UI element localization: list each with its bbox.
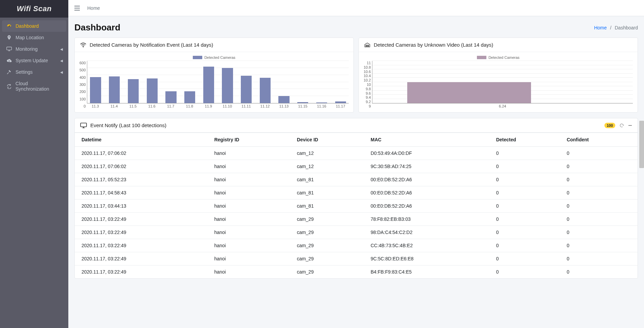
cell: 0 xyxy=(491,147,562,160)
cell: 2020.11.17, 05:52:23 xyxy=(75,173,209,186)
breadcrumb-sep: / xyxy=(610,25,612,30)
cell: 2020.11.17, 03:44:13 xyxy=(75,200,209,213)
cell: 0 xyxy=(562,252,638,265)
bar xyxy=(89,61,102,103)
y-tick: 500 xyxy=(79,68,86,72)
cloud-up-icon xyxy=(6,58,12,63)
svg-rect-4 xyxy=(80,123,87,126)
cell: 2020.11.17, 03:22:49 xyxy=(75,265,209,279)
top-home-link[interactable]: Home xyxy=(87,5,100,11)
brand-title: Wifi Scan xyxy=(0,0,68,18)
sidebar-item-settings[interactable]: Settings◀ xyxy=(2,66,66,78)
cell: 9C:30:5B:AD:74:25 xyxy=(366,160,491,173)
bar xyxy=(127,61,140,103)
table-row[interactable]: 2020.11.17, 03:44:13hanoicam_8100:E0:DB:… xyxy=(75,200,638,213)
y-tick: 10.4 xyxy=(364,74,371,78)
x-tick: 11.16 xyxy=(315,104,328,108)
cell: 0 xyxy=(491,200,562,213)
y-tick: 600 xyxy=(79,61,86,65)
card-title: Detected Cameras by Notification Event (… xyxy=(90,42,213,48)
cell: 0 xyxy=(491,160,562,173)
table-row[interactable]: 2020.11.17, 03:22:49hanoicam_299C:5C:8D:… xyxy=(75,252,638,265)
bar xyxy=(296,61,309,103)
minimize-icon[interactable] xyxy=(628,123,632,127)
cell: 0 xyxy=(562,160,638,173)
sidebar-item-label: Dashboard xyxy=(16,23,39,29)
cell: hanoi xyxy=(209,160,292,173)
bar xyxy=(221,61,234,103)
legend-label: Detected Cameras xyxy=(488,55,520,60)
x-tick: 11.11 xyxy=(239,104,253,108)
cell: hanoi xyxy=(209,200,292,213)
svg-point-1 xyxy=(8,36,9,37)
y-tick: 10 xyxy=(364,83,371,87)
col-confident[interactable]: Confident xyxy=(562,133,638,147)
cell: cam_81 xyxy=(292,200,366,213)
cell: cam_29 xyxy=(292,265,366,279)
sidebar-item-system-update[interactable]: System Update◀ xyxy=(2,55,66,66)
breadcrumb-home[interactable]: Home xyxy=(594,25,606,30)
breadcrumb: Home / Dashboard xyxy=(594,25,638,30)
sidebar-item-monitoring[interactable]: Monitoring◀ xyxy=(2,43,66,55)
cell: 0 xyxy=(491,265,562,279)
table-row[interactable]: 2020.11.17, 07:06:02hanoicam_12D0:53:49:… xyxy=(75,147,638,160)
refresh-icon[interactable] xyxy=(619,123,624,128)
cell: cam_29 xyxy=(292,252,366,265)
page-header: Dashboard Home / Dashboard xyxy=(68,16,644,38)
sidebar-item-label: Cloud Synchronization xyxy=(16,81,62,92)
bar xyxy=(315,61,328,103)
cell: 2020.11.17, 07:06:02 xyxy=(75,147,209,160)
sidebar-nav: DashboardMap LocationMonitoring◀System U… xyxy=(0,18,68,97)
col-registry-id[interactable]: Registry ID xyxy=(209,133,292,147)
sidebar-item-label: Map Location xyxy=(16,35,44,40)
breadcrumb-current: Dashboard xyxy=(615,25,638,30)
warehouse-icon xyxy=(364,43,370,47)
cell: 2020.11.17, 04:58:43 xyxy=(75,186,209,200)
table-row[interactable]: 2020.11.17, 04:58:43hanoicam_8100:E0:DB:… xyxy=(75,186,638,200)
table-row[interactable]: 2020.11.17, 03:22:49hanoicam_29CC:4B:73:… xyxy=(75,239,638,252)
wifi-icon xyxy=(80,43,86,47)
x-tick: 11.12 xyxy=(258,104,272,108)
cell: cam_29 xyxy=(292,226,366,239)
col-datetime[interactable]: Datetime xyxy=(75,133,209,147)
cell: 00:E0:DB:52:2D:A6 xyxy=(366,186,491,200)
y-tick: 10.2 xyxy=(364,78,371,82)
table-row[interactable]: 2020.11.17, 03:22:49hanoicam_2998:DA:C4:… xyxy=(75,226,638,239)
sidebar-item-dashboard[interactable]: Dashboard xyxy=(2,20,66,32)
cell: hanoi xyxy=(209,226,292,239)
x-tick: 11.7 xyxy=(164,104,177,108)
bar xyxy=(183,61,197,103)
hamburger-icon[interactable] xyxy=(74,6,80,10)
cell: hanoi xyxy=(209,173,292,186)
cell: D0:53:49:4A:D0:DF xyxy=(366,147,491,160)
y-tick: 0 xyxy=(79,104,86,108)
col-mac[interactable]: MAC xyxy=(366,133,491,147)
card-event-notify: Event Notify (Last 100 detections) 100 D… xyxy=(74,118,638,279)
cell: 2020.11.17, 07:06:02 xyxy=(75,160,209,173)
cell: 0 xyxy=(491,213,562,226)
main-area: Home Dashboard Home / Dashboard Detected… xyxy=(68,0,644,328)
y-tick: 200 xyxy=(79,90,86,94)
table-row[interactable]: 2020.11.17, 03:22:49hanoicam_2978:F8:82:… xyxy=(75,213,638,226)
table-row[interactable]: 2020.11.17, 07:06:02hanoicam_129C:30:5B:… xyxy=(75,160,638,173)
table-row[interactable]: 2020.11.17, 05:52:23hanoicam_8100:E0:DB:… xyxy=(75,173,638,186)
scrollbar-thumb[interactable] xyxy=(639,121,644,168)
bar xyxy=(164,61,178,103)
y-tick: 9.2 xyxy=(364,100,371,104)
tachometer-icon xyxy=(6,23,12,29)
table-row[interactable]: 2020.11.17, 03:22:49hanoicam_29B4:FB:F9:… xyxy=(75,265,638,279)
sidebar-item-map-location[interactable]: Map Location xyxy=(2,32,66,43)
x-tick: 11.9 xyxy=(202,104,215,108)
cell: cam_29 xyxy=(292,213,366,226)
chevron-left-icon: ◀ xyxy=(60,47,63,51)
svg-point-3 xyxy=(83,46,84,47)
col-detected[interactable]: Detected xyxy=(491,133,562,147)
sidebar-item-cloud-synchronization[interactable]: Cloud Synchronization xyxy=(2,78,66,95)
sidebar: Wifi Scan DashboardMap LocationMonitorin… xyxy=(0,0,68,328)
cell: cam_12 xyxy=(292,160,366,173)
col-device-id[interactable]: Device ID xyxy=(292,133,366,147)
svg-rect-2 xyxy=(7,47,12,50)
sidebar-item-label: Monitoring xyxy=(16,46,38,52)
x-tick: 11.5 xyxy=(126,104,140,108)
card-title: Event Notify (Last 100 detections) xyxy=(90,122,166,128)
